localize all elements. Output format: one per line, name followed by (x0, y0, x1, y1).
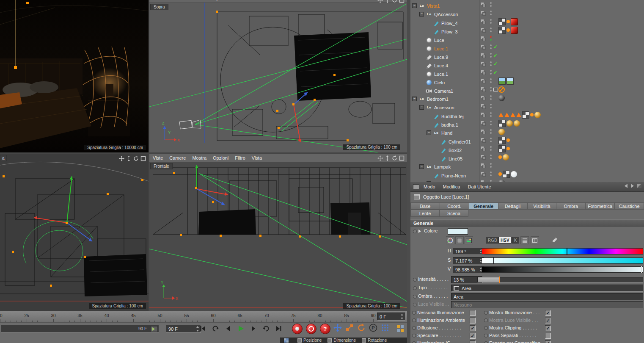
layer-toggle-icon[interactable] (481, 138, 487, 143)
object-row[interactable]: Luce.1✓ (410, 68, 644, 77)
expander-icon[interactable]: − (427, 130, 431, 135)
rotate-icon[interactable] (392, 155, 397, 161)
anim-dot[interactable] (412, 311, 416, 315)
anim-dot[interactable] (484, 341, 488, 343)
layer-toggle-icon[interactable] (481, 36, 487, 41)
timeline-range-slider[interactable]: 90 F (1, 325, 159, 333)
layer-toggle-icon[interactable] (481, 70, 487, 75)
layer-toggle-icon[interactable] (481, 155, 487, 160)
rotate-icon[interactable] (392, 0, 397, 3)
object-row[interactable]: Cielo (410, 77, 644, 85)
ombra-dropdown[interactable]: Area (451, 293, 643, 300)
checker-material-icon[interactable] (498, 27, 506, 34)
object-row[interactable]: −LoBedroom1 (410, 94, 644, 102)
expand-arrow-icon[interactable] (418, 230, 421, 233)
layer-toggle-icon[interactable] (481, 11, 487, 16)
anim-dot[interactable] (413, 286, 417, 290)
visibility-dots[interactable] (490, 112, 492, 118)
autokey-button[interactable] (306, 324, 316, 334)
color-image-icon[interactable] (465, 236, 473, 244)
play-button[interactable] (235, 323, 246, 334)
object-row[interactable]: Pilow_3 (410, 26, 644, 34)
section-header[interactable]: Generale (410, 219, 644, 227)
saturation-slider[interactable] (482, 257, 643, 264)
next-frame-button[interactable] (248, 323, 259, 334)
object-row[interactable]: Luce.9✓ (410, 51, 644, 60)
dot-material-icon[interactable] (530, 113, 534, 116)
attr-menu-modifica[interactable]: Modifica (443, 184, 460, 189)
prev-frame-button[interactable] (223, 323, 234, 334)
attr-menu-dati-utente[interactable]: Dati Utente (468, 184, 491, 189)
tri-material-icon[interactable] (510, 113, 515, 117)
anim-dot[interactable] (412, 326, 416, 330)
maximize-icon[interactable] (399, 0, 405, 3)
checker-material-icon[interactable] (498, 145, 506, 152)
eyedropper-icon[interactable] (551, 236, 559, 243)
hsv-mode-button[interactable]: HSV (498, 237, 512, 243)
coord-checkbox-icon[interactable] (297, 338, 302, 343)
layer-toggle-icon[interactable] (481, 53, 487, 58)
visibility-dots[interactable] (490, 10, 492, 16)
menu-opzioni[interactable]: Opzioni (213, 155, 228, 160)
visibility-dots[interactable] (490, 53, 492, 58)
current-frame-field[interactable]: 0 F (377, 313, 405, 321)
visibility-dots[interactable] (490, 171, 492, 177)
anim-dot[interactable] (413, 278, 417, 282)
anim-dot[interactable] (484, 326, 488, 330)
v-value-field[interactable]: 98.985 % (453, 266, 484, 273)
object-row[interactable]: −LoLampak (410, 161, 644, 170)
checkbox-mostra-illuminazione-[interactable]: ✓ (545, 310, 551, 316)
layer-toggle-icon[interactable] (481, 87, 487, 92)
record-pla-toggle[interactable] (380, 323, 390, 333)
record-parameter-toggle[interactable]: P (368, 323, 378, 333)
record-position-toggle[interactable] (333, 323, 343, 333)
nosign-material-icon[interactable] (498, 86, 505, 93)
layer-toggle-icon[interactable] (481, 19, 487, 24)
rotate-icon[interactable] (133, 156, 139, 161)
object-row[interactable]: Luce.1✓ (410, 43, 644, 51)
expander-icon[interactable]: − (412, 97, 417, 101)
checker-material-icon[interactable] (498, 120, 506, 127)
visibility-dots[interactable] (490, 154, 492, 160)
anim-dot[interactable] (412, 334, 416, 337)
checkbox-pass-separati-[interactable] (545, 333, 551, 339)
object-row[interactable]: −LoHand (410, 127, 644, 136)
coord-grid-icon[interactable] (283, 338, 289, 343)
object-row[interactable]: Cylinder01 (410, 136, 644, 144)
menu-mostra[interactable]: Mostra (192, 0, 206, 1)
layer-toggle-icon[interactable] (481, 28, 487, 33)
visibility-dots[interactable] (490, 95, 492, 101)
layer-toggle-icon[interactable] (481, 44, 487, 50)
object-row[interactable]: Buddha fej (410, 111, 644, 119)
visibility-dots[interactable] (490, 137, 492, 143)
goto-end-button[interactable] (273, 323, 284, 334)
record-help-button[interactable]: ? (320, 324, 330, 334)
visibility-dots[interactable] (490, 44, 492, 50)
menu-camere[interactable]: Camere (169, 155, 186, 160)
menu-viste[interactable]: Viste (153, 155, 163, 160)
checkbox-illuminazione-ambiente[interactable] (470, 318, 476, 324)
visibility-dots[interactable] (490, 103, 492, 109)
saturation-marker[interactable] (493, 257, 494, 264)
tab-visibilit-[interactable]: Visibilità (528, 202, 557, 210)
visibility-dots[interactable] (490, 27, 492, 33)
s-value-field[interactable]: 7.107 % (453, 257, 484, 264)
h-value-field[interactable]: 189 ° (453, 248, 484, 255)
menu-camere[interactable]: Camere (169, 0, 186, 1)
dot-material-icon[interactable] (506, 20, 510, 23)
record-keyframe-button[interactable] (292, 324, 303, 334)
land2-material-icon[interactable] (506, 77, 514, 85)
history-back-icon[interactable] (625, 184, 627, 188)
coord-checkbox-icon[interactable] (328, 338, 332, 343)
enabled-check-icon[interactable]: ✓ (493, 60, 498, 68)
layer-toggle-icon[interactable] (481, 172, 487, 177)
dot-material-icon[interactable] (506, 147, 510, 150)
tab-fotometrica[interactable]: Fotometrica (586, 202, 615, 210)
visibility-dots[interactable] (490, 78, 492, 84)
intensity-slider[interactable] (477, 277, 643, 282)
anim-dot[interactable] (412, 318, 416, 322)
layer-toggle-icon[interactable] (481, 146, 487, 151)
sphere-gold-material-icon[interactable] (534, 112, 541, 118)
sphere-gold-material-icon[interactable] (514, 120, 520, 127)
prev-key-button[interactable] (210, 323, 221, 334)
